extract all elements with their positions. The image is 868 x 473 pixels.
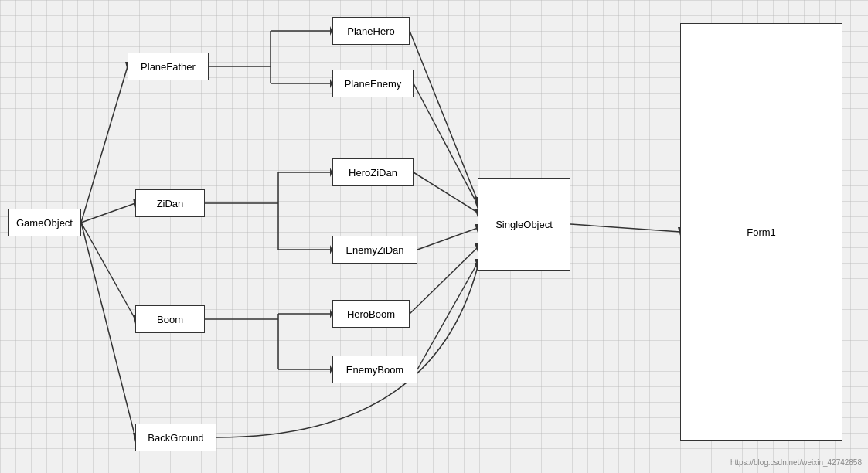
svg-line-26 [410, 31, 478, 201]
node-background: BackGround [135, 424, 216, 451]
node-boom: Boom [135, 305, 205, 333]
diagram-canvas: GameObject PlaneFather ZiDan Boom BackGr… [0, 0, 868, 473]
svg-line-34 [410, 247, 478, 314]
node-planefather: PlaneFather [128, 53, 209, 80]
node-herozi: HeroZiDan [332, 158, 414, 186]
svg-line-39 [570, 224, 680, 232]
node-gameobject: GameObject [8, 209, 81, 236]
svg-line-2 [81, 203, 135, 223]
node-form1: Form1 [680, 23, 842, 441]
svg-line-0 [81, 66, 128, 223]
node-zidan: ZiDan [135, 189, 205, 217]
svg-line-4 [81, 223, 135, 319]
node-heroboom: HeroBoom [332, 300, 410, 328]
node-planeenemy: PlaneEnemy [332, 70, 414, 97]
node-enemyzi: EnemyZiDan [332, 236, 417, 264]
svg-line-36 [417, 263, 478, 369]
svg-line-32 [417, 228, 478, 250]
watermark: https://blog.csdn.net/weixin_42742858 [730, 458, 862, 467]
svg-line-6 [81, 223, 135, 437]
svg-line-30 [414, 172, 478, 213]
node-planehero: PlaneHero [332, 17, 410, 45]
svg-line-28 [414, 83, 478, 205]
node-singleobject: SingleObject [478, 178, 570, 271]
node-enemyboom: EnemyBoom [332, 356, 417, 383]
